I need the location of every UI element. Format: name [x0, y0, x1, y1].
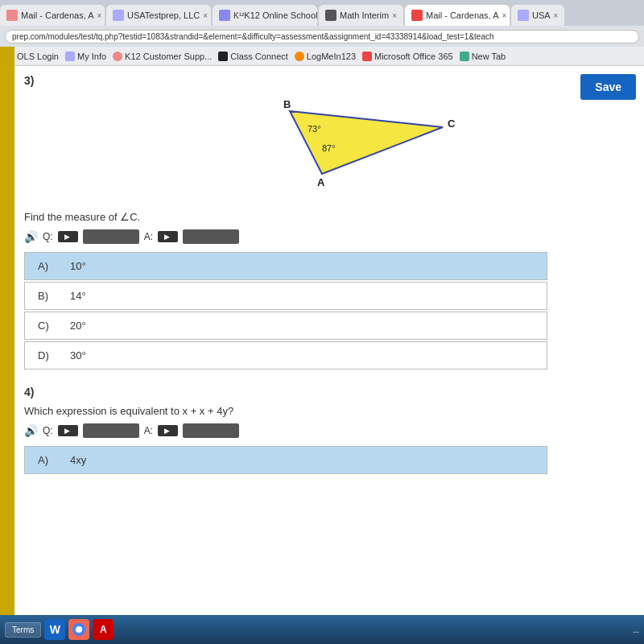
taskbar-start[interactable]: Terms	[5, 622, 41, 638]
triangle-svg: B C A 73° 87°	[242, 93, 467, 198]
audio-row-q4: 🔊 Q: A:	[24, 423, 620, 438]
tab-icon-usa	[113, 10, 124, 21]
tab-bar: Mail - Cardenas, A × USATestprep, LLC × …	[0, 0, 644, 26]
choices-wrapper-q3: A) 10° B) 14° C) 20° D) 30°	[24, 252, 547, 369]
audio-bar-q3-q	[83, 229, 139, 244]
tab-close-5[interactable]: ×	[502, 11, 506, 20]
tab-close-1[interactable]: ×	[97, 11, 101, 20]
angle-73-label: 73°	[308, 124, 321, 134]
vertex-a-label: A	[317, 176, 325, 188]
tab-close-4[interactable]: ×	[392, 11, 397, 20]
bookmark-my-info[interactable]: My Info	[65, 52, 106, 61]
choice-q3-c[interactable]: C) 20°	[24, 312, 547, 340]
choice-value-a: 10°	[70, 260, 86, 272]
vertex-c-label: C	[448, 118, 456, 130]
address-bar[interactable]: prep.com/modules/test/tq.php?testid=1083…	[5, 30, 639, 43]
bookmark-icon-logmein	[295, 52, 304, 61]
play-q3-question[interactable]	[58, 231, 78, 242]
bookmarks-bar: OLS Login My Info K12 Customer Supp... C…	[0, 47, 644, 66]
play-q3-answer[interactable]	[158, 231, 178, 242]
play-q4-answer[interactable]	[158, 425, 178, 436]
tab-mail-1[interactable]: Mail - Cardenas, A ×	[0, 5, 105, 26]
address-bar-row: prep.com/modules/test/tq.php?testid=1083…	[0, 26, 644, 47]
choice-q4-value-a: 4xy	[70, 454, 86, 466]
browser-chrome: Mail - Cardenas, A × USATestprep, LLC × …	[0, 0, 644, 47]
angle-87-label: 87°	[322, 143, 336, 153]
bookmark-icon-newtab	[460, 52, 469, 61]
question-4-block: 4) Which expression is equivalent to x +…	[24, 386, 620, 474]
triangle-diagram: B C A 73° 87°	[89, 93, 620, 198]
question-3-block: 3) B C A 73° 87° Find the measure of ∠C.…	[24, 74, 620, 369]
taskbar-word-icon: W	[50, 623, 60, 636]
taskbar-pdf[interactable]: A	[93, 619, 114, 640]
tab-icon-k12	[219, 10, 230, 21]
choice-q3-b[interactable]: B) 14°	[24, 282, 547, 310]
audio-bar-q4-q	[83, 423, 139, 438]
tab-close-2[interactable]: ×	[203, 11, 208, 20]
taskbar-word[interactable]: W	[44, 619, 65, 640]
bookmark-k12-supp[interactable]: K12 Customer Supp...	[113, 52, 212, 61]
choice-letter-d: D)	[38, 349, 70, 361]
choice-value-c: 20°	[70, 320, 86, 332]
audio-q4-a-label: A:	[144, 425, 153, 436]
tab-close-6[interactable]: ×	[554, 11, 559, 20]
chrome-icon	[72, 622, 86, 637]
question-3-text: Find the measure of ∠C.	[24, 211, 620, 223]
bookmark-icon-myinfo	[65, 52, 75, 61]
choice-q4-letter-a: A)	[38, 454, 70, 466]
tab-usatestprep[interactable]: USATestprep, LLC ×	[106, 5, 211, 26]
tab-icon-math	[325, 10, 336, 21]
question-4-number: 4)	[24, 386, 620, 398]
choice-value-d: 30°	[70, 349, 86, 361]
choice-q4-a[interactable]: A) 4xy	[24, 446, 547, 474]
tab-k12[interactable]: K¹² K12 Online School ×	[213, 5, 317, 26]
tab-icon-usa2	[518, 10, 529, 21]
bookmark-icon-office	[362, 52, 372, 61]
tab-mail-2[interactable]: Mail - Cardenas, A ×	[405, 5, 510, 26]
triangle-polygon	[290, 111, 443, 174]
vertex-b-label: B	[283, 98, 291, 110]
tab-math[interactable]: Math Interim ×	[319, 5, 403, 26]
choice-letter-b: B)	[38, 290, 70, 302]
choice-q3-d[interactable]: D) 30°	[24, 341, 547, 369]
audio-q4-q-label: Q:	[43, 425, 53, 436]
save-button[interactable]: Save	[580, 74, 636, 100]
tab-icon-mail2	[411, 10, 423, 21]
bookmark-office365[interactable]: Microsoft Office 365	[362, 52, 453, 61]
taskbar: Terms W A ...	[0, 615, 644, 644]
bookmark-logmein[interactable]: LogMeIn123	[295, 52, 356, 61]
audio-bar-q3-a	[183, 229, 239, 244]
bookmark-class-connect[interactable]: Class Connect	[218, 52, 288, 61]
taskbar-pdf-icon: A	[100, 624, 107, 635]
choice-letter-c: C)	[38, 320, 70, 332]
page-content: Save 3) B C A 73° 87° Find the measure o…	[0, 66, 644, 639]
taskbar-clock: ...	[633, 625, 639, 634]
question-3-number: 3)	[24, 74, 620, 87]
choice-q3-a[interactable]: A) 10°	[24, 252, 547, 280]
svg-point-1	[76, 626, 82, 633]
left-edge-bar	[0, 47, 14, 615]
tab-usa2[interactable]: USA ×	[511, 5, 564, 26]
bookmark-newtab[interactable]: New Tab	[460, 52, 506, 61]
bookmark-icon-k12	[113, 52, 122, 61]
choice-letter-a: A)	[38, 260, 70, 272]
choice-value-b: 14°	[70, 290, 86, 302]
audio-bar-q4-a	[183, 423, 239, 438]
audio-q-label: Q:	[43, 231, 53, 242]
audio-row-q3: 🔊 Q: A:	[24, 229, 620, 244]
taskbar-chrome[interactable]	[68, 619, 89, 640]
audio-a-label: A:	[144, 231, 153, 242]
audio-icon-q4[interactable]: 🔊	[24, 424, 38, 437]
audio-icon-q3[interactable]: 🔊	[24, 230, 38, 243]
bookmark-icon-class	[218, 52, 228, 61]
choices-wrapper-q4: A) 4xy	[24, 446, 547, 474]
tab-icon-mail1	[6, 10, 18, 21]
question-4-text: Which expression is equivalent to x + x …	[24, 405, 620, 417]
play-q4-question[interactable]	[58, 425, 78, 436]
